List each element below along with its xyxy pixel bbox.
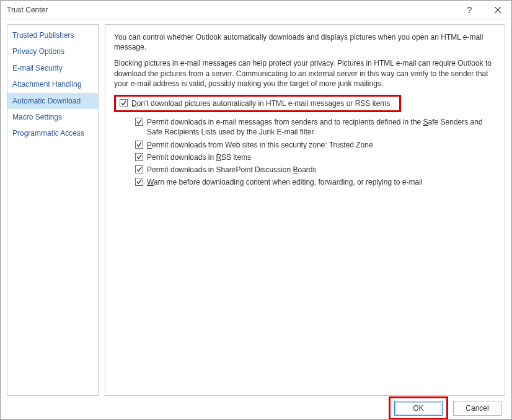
ok-button[interactable]: OK (394, 401, 443, 416)
category-sidebar: Trusted Publishers Privacy Options E-mai… (7, 24, 99, 396)
checkbox-label: Permit downloads in RSS items (147, 152, 496, 162)
intro-paragraph-2: Blocking pictures in e-mail messages can… (114, 58, 496, 89)
sidebar-item-automatic-download[interactable]: Automatic Download (7, 93, 98, 109)
checkbox-row-safe-senders[interactable]: Permit downloads in e-mail messages from… (135, 117, 496, 137)
sidebar-item-macro-settings[interactable]: Macro Settings (7, 109, 98, 125)
checkbox-label: Permit downloads in SharePoint Discussio… (147, 165, 496, 175)
checkbox-row-rss-items[interactable]: Permit downloads in RSS items (135, 152, 496, 162)
checkbox-icon (135, 118, 143, 126)
cancel-button[interactable]: Cancel (453, 401, 501, 416)
checkbox-icon (135, 178, 143, 186)
window-title: Trust Center (7, 6, 456, 14)
checkbox-row-trusted-zone[interactable]: Permit downloads from Web sites in this … (135, 140, 496, 150)
sidebar-item-email-security[interactable]: E-mail Security (7, 60, 98, 76)
sidebar-item-programmatic-access[interactable]: Programmatic Access (7, 125, 98, 141)
close-icon (495, 7, 501, 13)
highlight-ok-button: OK (389, 396, 448, 420)
dialog-body: Trusted Publishers Privacy Options E-mai… (1, 19, 511, 396)
checkbox-row-dont-download[interactable]: Don't download pictures automatically in… (120, 98, 390, 108)
checkbox-row-sharepoint-boards[interactable]: Permit downloads in SharePoint Discussio… (135, 165, 496, 175)
dialog-footer: OK Cancel (1, 396, 511, 420)
settings-pane: You can control whether Outlook automati… (105, 24, 505, 396)
highlight-master-checkbox: Don't download pictures automatically in… (114, 95, 401, 112)
checkbox-label: Warn me before downloading content when … (147, 177, 496, 187)
help-button[interactable]: ? (456, 1, 483, 19)
sidebar-item-trusted-publishers[interactable]: Trusted Publishers (7, 27, 98, 43)
checkbox-label: Permit downloads from Web sites in this … (147, 140, 496, 150)
checkbox-icon (135, 153, 143, 161)
checkbox-label: Permit downloads in e-mail messages from… (147, 117, 496, 137)
checkbox-icon (120, 99, 128, 107)
checkbox-row-warn-before-download[interactable]: Warn me before downloading content when … (135, 177, 496, 187)
checkbox-icon (135, 165, 143, 173)
intro-paragraph-1: You can control whether Outlook automati… (114, 32, 496, 52)
close-button[interactable] (483, 1, 511, 19)
titlebar: Trust Center ? (1, 1, 511, 19)
checkbox-icon (135, 141, 143, 149)
sidebar-item-privacy-options[interactable]: Privacy Options (7, 43, 98, 59)
sidebar-item-attachment-handling[interactable]: Attachment Handling (7, 76, 98, 92)
checkbox-label: Don't download pictures automatically in… (131, 98, 390, 108)
